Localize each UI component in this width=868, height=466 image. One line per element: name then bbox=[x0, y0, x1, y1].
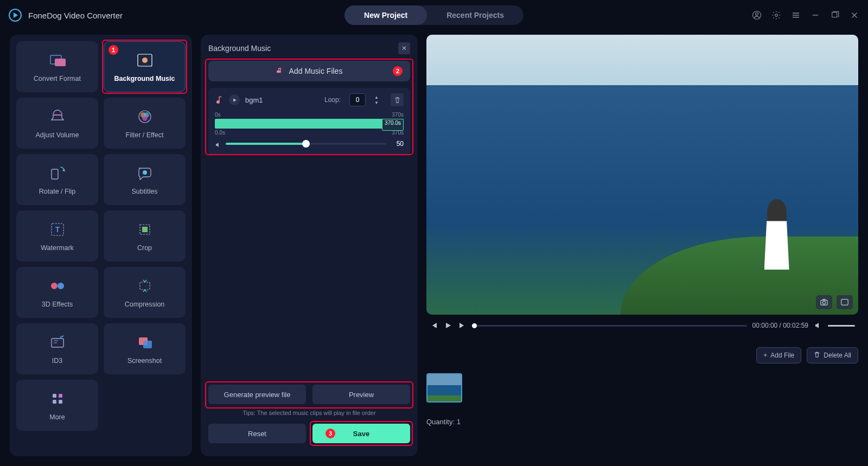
tool-filter-effect[interactable]: Filter / Effect bbox=[104, 98, 186, 149]
music-track-card: bgm1 Loop: 0 ▲ ▼ 0s 370s 0.0s 370s bbox=[208, 88, 410, 155]
delete-track-button[interactable] bbox=[391, 93, 404, 106]
next-button[interactable] bbox=[458, 321, 467, 330]
svg-rect-25 bbox=[53, 394, 56, 398]
progress-slider[interactable] bbox=[472, 325, 747, 327]
svg-point-31 bbox=[822, 301, 825, 304]
compress-icon bbox=[136, 277, 154, 295]
tool-label: Convert Format bbox=[34, 75, 81, 82]
range-end: 370s bbox=[392, 112, 404, 118]
tool-label: Crop bbox=[137, 244, 152, 252]
video-preview bbox=[426, 35, 858, 315]
screenshot-icon bbox=[136, 333, 154, 352]
quantity-label: Quantity: 1 bbox=[426, 418, 858, 426]
svg-rect-4 bbox=[832, 12, 837, 17]
tool-background-music[interactable]: 1 Background Music bbox=[104, 41, 186, 92]
save-button[interactable]: 3 Save bbox=[312, 424, 410, 443]
chat-icon bbox=[136, 164, 154, 182]
player-speaker-icon[interactable] bbox=[814, 321, 822, 330]
tab-new-project[interactable]: New Project bbox=[344, 5, 427, 25]
tool-screenshot[interactable]: Screenshot bbox=[104, 323, 186, 374]
svg-rect-26 bbox=[59, 394, 62, 398]
tool-watermark[interactable]: T Watermark bbox=[16, 210, 98, 261]
svg-rect-18 bbox=[142, 227, 148, 232]
tool-adjust-volume[interactable]: Adjust Volume bbox=[16, 98, 98, 149]
tool-3d-effects[interactable]: 3D Effects bbox=[16, 267, 98, 318]
tab-recent-projects[interactable]: Recent Projects bbox=[427, 5, 524, 25]
settings-icon[interactable] bbox=[771, 10, 781, 20]
tool-label: Subtitles bbox=[132, 188, 158, 195]
id3-icon bbox=[48, 333, 67, 352]
svg-rect-21 bbox=[140, 282, 150, 290]
preview-button[interactable]: Preview bbox=[312, 385, 410, 404]
bell-icon bbox=[48, 107, 67, 126]
grid-icon bbox=[48, 390, 67, 408]
volume-slider[interactable] bbox=[226, 143, 386, 145]
vol-range-start: 0.0s bbox=[215, 130, 225, 136]
tool-subtitles[interactable]: Subtitles bbox=[104, 154, 186, 205]
reset-button[interactable]: Reset bbox=[208, 424, 306, 443]
add-file-button[interactable]: + Add File bbox=[756, 347, 801, 363]
music-film-icon bbox=[136, 51, 154, 69]
clip-thumb[interactable] bbox=[426, 373, 462, 403]
fullscreen-button[interactable] bbox=[837, 295, 853, 309]
tool-label: Adjust Volume bbox=[36, 131, 79, 139]
plus-icon: + bbox=[763, 352, 767, 359]
loop-down-button[interactable]: ▼ bbox=[373, 100, 380, 105]
app-brand: FoneDog Video Converter bbox=[9, 9, 123, 22]
waveform-track[interactable] bbox=[215, 119, 404, 129]
lens-icon bbox=[136, 107, 154, 126]
add-music-label: Add Music Files bbox=[289, 67, 343, 75]
snapshot-button[interactable] bbox=[816, 295, 832, 309]
track-name: bgm1 bbox=[245, 96, 319, 104]
svg-rect-13 bbox=[52, 169, 58, 179]
tool-label: Screenshot bbox=[127, 357, 162, 365]
prev-button[interactable] bbox=[430, 321, 438, 330]
minimize-icon[interactable] bbox=[810, 10, 820, 20]
maximize-icon[interactable] bbox=[830, 10, 840, 20]
svg-rect-24 bbox=[143, 341, 152, 348]
tool-label: ID3 bbox=[52, 357, 62, 365]
player-volume-slider[interactable] bbox=[828, 325, 855, 327]
loop-value[interactable]: 0 bbox=[349, 93, 366, 106]
generate-preview-button[interactable]: Generate preview file bbox=[208, 385, 306, 404]
svg-rect-27 bbox=[53, 400, 56, 404]
tool-id3[interactable]: ID3 bbox=[16, 323, 98, 374]
preview-panel: 00:00:00 / 00:02:59 + Add File Delete Al… bbox=[426, 35, 858, 456]
tool-convert-format[interactable]: Convert Format bbox=[16, 41, 98, 92]
loop-up-button[interactable]: ▲ bbox=[373, 94, 380, 100]
play-button[interactable] bbox=[444, 321, 452, 330]
tool-label: Compression bbox=[125, 301, 165, 308]
svg-rect-6 bbox=[55, 59, 66, 66]
svg-rect-22 bbox=[52, 339, 63, 347]
add-file-label: Add File bbox=[770, 352, 794, 359]
tool-label: Filter / Effect bbox=[126, 131, 164, 139]
save-label: Save bbox=[353, 430, 369, 438]
add-music-button[interactable]: Add Music Files 2 bbox=[208, 61, 410, 81]
tool-more[interactable]: More bbox=[16, 380, 98, 431]
delete-all-button[interactable]: Delete All bbox=[807, 347, 858, 363]
text-icon: T bbox=[48, 220, 67, 239]
callout-badge-1: 1 bbox=[108, 45, 118, 55]
menu-icon[interactable] bbox=[791, 10, 801, 20]
svg-point-19 bbox=[51, 283, 58, 289]
track-play-button[interactable] bbox=[229, 94, 240, 105]
tools-panel: Convert Format 1 Background Music Adjust… bbox=[10, 35, 192, 456]
speaker-icon bbox=[215, 141, 221, 147]
clip-thumbnails bbox=[426, 370, 858, 406]
tool-compression[interactable]: Compression bbox=[104, 267, 186, 318]
svg-point-2 bbox=[756, 12, 758, 15]
project-tabs: New Project Recent Projects bbox=[344, 5, 524, 25]
close-icon[interactable] bbox=[850, 10, 859, 20]
account-icon[interactable] bbox=[752, 10, 762, 20]
rotate-icon bbox=[48, 164, 67, 182]
panel-close-button[interactable]: ✕ bbox=[398, 42, 410, 54]
tool-rotate-flip[interactable]: Rotate / Flip bbox=[16, 154, 98, 205]
delete-all-label: Delete All bbox=[824, 352, 851, 359]
tool-crop[interactable]: Crop bbox=[104, 210, 186, 261]
svg-point-20 bbox=[58, 283, 64, 289]
window-controls bbox=[752, 10, 859, 20]
video-frame-image bbox=[426, 35, 858, 315]
music-note-icon bbox=[276, 67, 284, 76]
bgm-panel: Background Music ✕ Add Music Files 2 bgm… bbox=[201, 35, 418, 456]
tool-label: 3D Effects bbox=[42, 301, 73, 308]
